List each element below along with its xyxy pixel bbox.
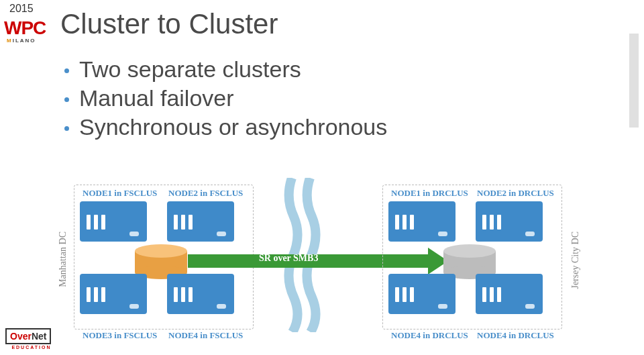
milano-logo: MILANO	[7, 38, 36, 44]
server-icon	[167, 274, 234, 314]
slide: 2015 WPC MILANO Cluster to Cluster Two s…	[0, 0, 644, 355]
overnet-part-a: Over	[10, 331, 32, 342]
architecture-diagram: Manhattan DC Jersey City DC NODE1 in FSC…	[47, 185, 597, 339]
overnet-part-b: Net	[32, 331, 47, 342]
node-label: NODE3 in FSCLUS	[83, 330, 157, 341]
bullet-list: Two separate clusters Manual failover Sy…	[60, 54, 387, 143]
bullet-item: Two separate clusters	[60, 56, 387, 83]
speaker-notes-tab[interactable]	[629, 34, 639, 128]
slide-title: Cluster to Cluster	[60, 8, 278, 40]
server-icon	[167, 201, 234, 242]
node-label: NODE2 in FSCLUS	[168, 188, 243, 199]
server-icon	[476, 201, 543, 242]
server-icon	[388, 201, 455, 242]
right-dc-label: Jersey City DC	[570, 232, 581, 289]
node-label: NODE2 in DRCLUS	[477, 188, 554, 199]
milano-m: M	[7, 38, 13, 44]
overnet-sub: EDUCATION	[5, 345, 51, 350]
node-label: NODE4 in DRCLUS	[477, 330, 554, 341]
server-icon	[476, 274, 543, 314]
year-label: 2015	[9, 3, 34, 15]
bullet-item: Synchronous or asynchronous	[60, 114, 387, 140]
server-icon	[80, 274, 147, 314]
node-label: NODE1 in FSCLUS	[83, 188, 157, 199]
replication-label: SR over SMB3	[259, 253, 318, 264]
node-label: NODE4 in FSCLUS	[168, 330, 243, 341]
right-cluster-group: NODE1 in DRCLUS NODE2 in DRCLUS NODE4 in…	[382, 185, 562, 329]
node-label: NODE1 in DRCLUS	[391, 188, 468, 199]
overnet-logo: OverNet EDUCATION	[5, 328, 51, 350]
bullet-item: Manual failover	[60, 85, 387, 111]
server-icon	[388, 274, 455, 314]
milano-rest: ILANO	[13, 38, 36, 44]
left-dc-label: Manhattan DC	[58, 232, 68, 287]
server-icon	[80, 201, 147, 242]
wpc-logo: WPC	[4, 19, 46, 38]
node-label: NODE4 in DRCLUS	[391, 330, 468, 341]
